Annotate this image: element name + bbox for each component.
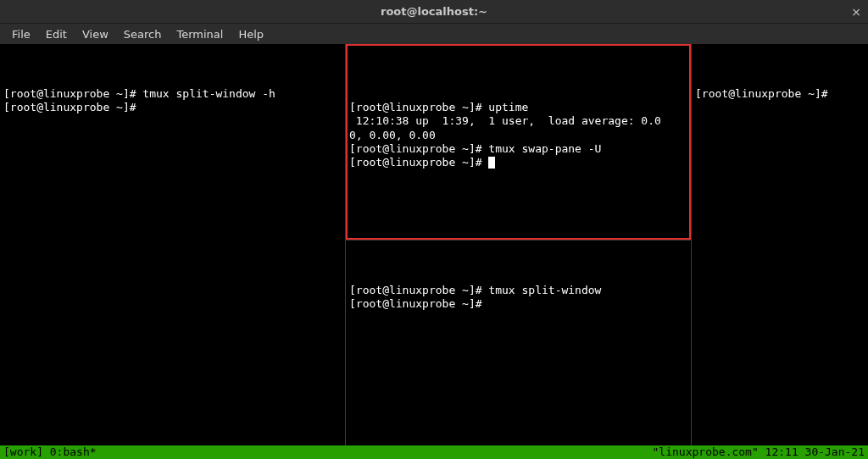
pane-right[interactable]: [root@linuxprobe ~]# bbox=[692, 44, 868, 445]
terminal-line: [root@linuxprobe ~]# bbox=[349, 297, 488, 310]
terminal-line: [root@linuxprobe ~]# bbox=[3, 101, 142, 113]
menu-terminal[interactable]: Terminal bbox=[170, 26, 230, 42]
tmux-panes: [root@linuxprobe ~]# tmux split-window -… bbox=[0, 44, 868, 445]
terminal-line: [root@linuxprobe ~]# tmux split-window -… bbox=[3, 87, 275, 100]
terminal-line: [root@linuxprobe ~]# uptime bbox=[349, 101, 528, 113]
pane-left[interactable]: [root@linuxprobe ~]# tmux split-window -… bbox=[0, 44, 346, 445]
tmux-statusbar: [work] 0:bash* "linuxprobe.com" 12:11 30… bbox=[0, 445, 868, 459]
pane-middle: [root@linuxprobe ~]# uptime 12:10:38 up … bbox=[346, 44, 692, 445]
menu-edit[interactable]: Edit bbox=[39, 26, 74, 42]
close-icon[interactable]: × bbox=[851, 5, 861, 19]
pane-middle-bottom-content: [root@linuxprobe ~]# tmux split-window [… bbox=[346, 268, 691, 327]
pane-middle-top-content: [root@linuxprobe ~]# uptime 12:10:38 up … bbox=[346, 86, 691, 185]
pane-middle-top[interactable]: [root@linuxprobe ~]# uptime 12:10:38 up … bbox=[346, 44, 691, 241]
statusbar-right: "linuxprobe.com" 12:11 30-Jan-21 bbox=[653, 445, 865, 459]
window-titlebar: root@localhost:~ × bbox=[0, 0, 868, 24]
cursor-icon bbox=[488, 157, 495, 169]
window-title: root@localhost:~ bbox=[381, 5, 487, 18]
menu-help[interactable]: Help bbox=[231, 26, 270, 42]
pane-left-content: [root@linuxprobe ~]# tmux split-window -… bbox=[0, 72, 345, 130]
menubar: File Edit View Search Terminal Help bbox=[0, 24, 868, 44]
terminal-line: [root@linuxprobe ~]# bbox=[349, 156, 488, 169]
statusbar-left: [work] 0:bash* bbox=[3, 445, 97, 459]
terminal-line: 12:10:38 up 1:39, 1 user, load average: … bbox=[349, 114, 661, 127]
terminal-line: [root@linuxprobe ~]# bbox=[695, 87, 834, 100]
menu-view[interactable]: View bbox=[75, 26, 115, 42]
menu-file[interactable]: File bbox=[5, 26, 37, 42]
pane-right-content: [root@linuxprobe ~]# bbox=[692, 72, 868, 117]
terminal-line: [root@linuxprobe ~]# tmux swap-pane -U bbox=[349, 142, 601, 155]
terminal-line: [root@linuxprobe ~]# tmux split-window bbox=[349, 284, 601, 296]
pane-middle-bottom[interactable]: [root@linuxprobe ~]# tmux split-window [… bbox=[346, 241, 691, 445]
terminal-line: 0, 0.00, 0.00 bbox=[349, 129, 436, 141]
menu-search[interactable]: Search bbox=[117, 26, 169, 42]
terminal-area[interactable]: [root@linuxprobe ~]# tmux split-window -… bbox=[0, 44, 868, 459]
